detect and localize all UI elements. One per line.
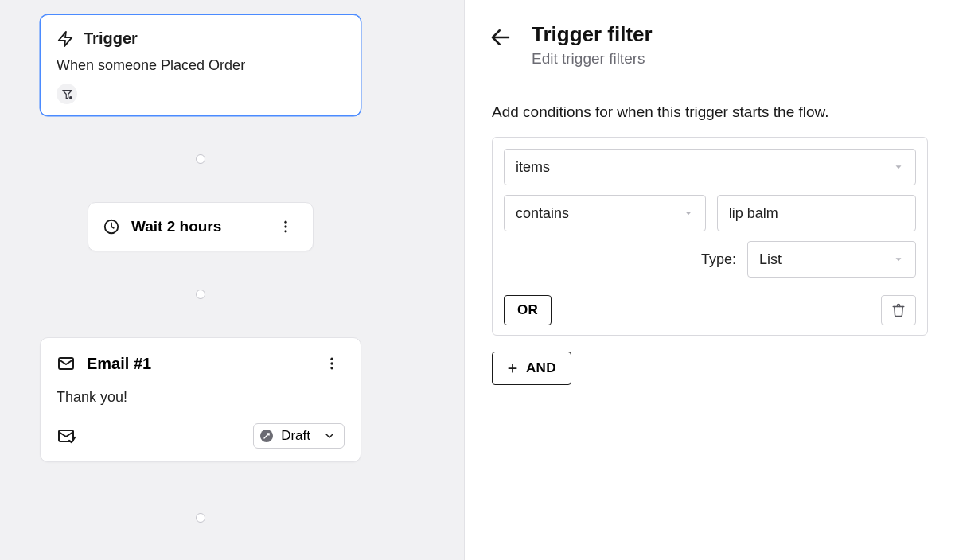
value-input[interactable] bbox=[717, 195, 916, 231]
wait-node[interactable]: Wait 2 hours bbox=[88, 202, 314, 251]
svg-point-9 bbox=[330, 362, 333, 364]
arrow-left-icon bbox=[489, 25, 513, 49]
type-label: Type: bbox=[701, 251, 736, 268]
panel-subtitle: Edit trigger filters bbox=[532, 50, 653, 68]
plus-icon bbox=[507, 363, 518, 374]
type-value: List bbox=[759, 251, 782, 268]
svg-point-10 bbox=[330, 367, 333, 369]
trigger-title: Trigger bbox=[84, 29, 138, 48]
email-status-select[interactable]: Draft bbox=[253, 423, 345, 449]
svg-marker-0 bbox=[59, 31, 72, 45]
type-select[interactable]: List bbox=[747, 241, 916, 278]
condition-group: items contains Type: bbox=[492, 137, 928, 336]
connector bbox=[201, 462, 201, 518]
chevron-down-icon bbox=[893, 254, 904, 265]
svg-point-5 bbox=[284, 225, 286, 228]
chevron-down-icon bbox=[323, 430, 336, 442]
panel-title: Trigger filter bbox=[532, 22, 653, 47]
svg-point-8 bbox=[330, 358, 333, 360]
property-select[interactable]: items bbox=[504, 149, 916, 185]
chevron-down-icon bbox=[683, 208, 694, 219]
flow-canvas[interactable]: Trigger When someone Placed Order Wait 2… bbox=[0, 0, 464, 560]
svg-marker-13 bbox=[896, 165, 902, 169]
connector bbox=[201, 159, 201, 202]
operator-select[interactable]: contains bbox=[504, 195, 706, 231]
clock-icon bbox=[103, 218, 120, 235]
email-status-label: Draft bbox=[281, 428, 310, 444]
connector bbox=[201, 251, 201, 294]
smart-send-icon[interactable] bbox=[57, 426, 76, 445]
email-title: Email #1 bbox=[87, 355, 151, 373]
filter-chip[interactable] bbox=[57, 84, 77, 104]
or-button[interactable]: OR bbox=[504, 295, 552, 325]
email-subject: Thank you! bbox=[57, 389, 345, 406]
wait-more-button[interactable] bbox=[273, 216, 298, 238]
connector bbox=[201, 294, 201, 337]
trigger-node[interactable]: Trigger When someone Placed Order bbox=[40, 14, 361, 116]
trigger-filter-panel: Trigger filter Edit trigger filters Add … bbox=[464, 0, 955, 560]
chevron-down-icon bbox=[893, 161, 904, 173]
delete-condition-button[interactable] bbox=[881, 295, 916, 325]
operator-value: contains bbox=[516, 205, 569, 222]
property-value: items bbox=[516, 159, 550, 176]
svg-marker-15 bbox=[896, 258, 902, 261]
and-button[interactable]: AND bbox=[492, 352, 571, 385]
svg-point-4 bbox=[284, 221, 286, 224]
back-button[interactable] bbox=[485, 24, 516, 51]
and-label: AND bbox=[526, 360, 556, 376]
email-node[interactable]: Email #1 Thank you! Draft bbox=[40, 337, 361, 462]
svg-point-6 bbox=[284, 230, 286, 232]
more-vertical-icon bbox=[324, 356, 340, 371]
filter-icon bbox=[61, 88, 73, 100]
mail-icon bbox=[57, 354, 76, 373]
bolt-icon bbox=[57, 30, 74, 48]
wait-label: Wait 2 hours bbox=[131, 218, 273, 235]
trigger-description: When someone Placed Order bbox=[57, 57, 345, 74]
more-vertical-icon bbox=[278, 219, 294, 235]
svg-marker-14 bbox=[685, 212, 691, 215]
connector bbox=[201, 116, 201, 159]
panel-help-text: Add conditions for when this trigger sta… bbox=[492, 103, 928, 121]
svg-point-2 bbox=[69, 96, 72, 99]
status-dot-icon bbox=[260, 430, 273, 442]
trash-icon bbox=[891, 303, 906, 317]
email-more-button[interactable] bbox=[319, 352, 345, 375]
